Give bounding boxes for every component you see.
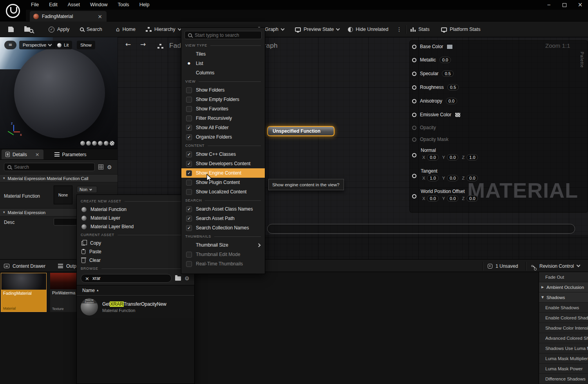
asset-search-input[interactable] [92,276,167,281]
menu-item-show-favorites[interactable]: Show Favorites [181,104,265,114]
checkbox-checked[interactable]: ✓ [186,161,192,167]
tangent-x-value[interactable]: 1.0 [427,175,438,181]
pin-row-specular[interactable]: Specular 0.5 [412,69,454,78]
tangent-y-value[interactable]: 0.0 [447,175,458,181]
pin-row-anisotropy[interactable]: Anisotropy 0.0 [412,97,457,105]
property-row-fade-out[interactable]: Fade Out [539,272,588,282]
checkbox-unchecked[interactable] [186,180,192,186]
property-row[interactable]: Luma Mask Power [539,364,588,374]
tab-details[interactable]: Details × [2,150,43,159]
details-search-box[interactable] [4,163,95,171]
menu-item-show-plugin-content[interactable]: Show Plugin Content [181,178,265,187]
section-material-function-call[interactable]: ▾ Material Expression Material Function … [0,174,118,182]
menu-help[interactable]: Help [134,0,155,10]
menu-item-show-all-folder[interactable]: ✓Show All Folder [181,123,265,132]
property-row[interactable]: Luma Mask Multiplier [539,353,588,364]
menu-item-search-asset-class-names[interactable]: ✓Search Asset Class Names [181,204,265,214]
unspecified-function-node[interactable]: Unspecified Function [267,126,335,136]
pin-icon[interactable] [412,72,416,76]
pin-icon[interactable] [412,99,416,103]
display-options-icon[interactable] [98,164,103,169]
hide-unrelated-button[interactable]: Hide Unrelated [348,24,388,34]
viewport-menu-button[interactable]: ≡ [4,41,16,49]
hierarchy-button[interactable]: Hierarchy [146,24,181,34]
checkbox-checked[interactable]: ✓ [186,151,192,157]
checkbox-checked[interactable]: ✓ [186,225,192,231]
menu-item-show-folders[interactable]: Show Folders [181,85,265,95]
unsaved-button[interactable]: 1 Unsaved [488,261,518,270]
material-function-thumbnail[interactable]: None [54,186,72,204]
emissive-color-swatch[interactable] [455,112,461,117]
pin-icon[interactable] [412,153,416,157]
checkbox-unchecked[interactable] [186,189,192,195]
details-search-input[interactable] [14,164,91,170]
graph-search-bar[interactable] [267,224,575,234]
checkbox-checked[interactable]: ✓ [186,170,192,176]
menu-item-show-cpp-classes[interactable]: ✓Show C++ Classes [181,150,265,159]
property-row[interactable]: Enable Shadows [539,303,588,313]
menu-item-thumbnail-edit-mode[interactable]: Thumbnail Edit Mode [181,250,265,259]
preview-state-button[interactable]: Preview State [295,24,339,34]
checkbox-unchecked[interactable] [186,97,192,103]
menu-item-show-empty-folders[interactable]: Show Empty Folders [181,95,265,104]
home-button[interactable]: ⌂ Home [116,24,136,34]
menu-item-material-layer-blend[interactable]: Material Layer Blend [77,222,194,231]
menu-item-filter-recursively[interactable]: Filter Recursively [181,114,265,123]
menu-item-real-time-thumbnails[interactable]: Real-Time Thumbnails [181,259,265,269]
menu-item-material-layer[interactable]: Material Layer [77,214,194,222]
preview-shape-icon[interactable] [80,141,85,146]
pin-icon[interactable] [412,113,416,117]
material-function-dropdown[interactable]: Non [77,186,97,193]
property-row[interactable]: Shadows Use Luma Mask [539,343,588,353]
checkbox-unchecked[interactable] [186,252,192,258]
wpo-y-value[interactable]: 0.0 [447,195,458,202]
pin-row-metallic[interactable]: Metallic 0.0 [412,56,451,64]
menu-item-material-function[interactable]: Material Function [77,205,194,214]
roughness-value[interactable]: 0.5 [447,84,459,90]
expanded-arrow-icon[interactable]: ▼ [541,296,545,299]
preview-shape-icon[interactable] [92,141,97,146]
menu-item-search-asset-path[interactable]: ✓Search Asset Path [181,214,265,223]
preview-shape-icon[interactable] [98,141,103,146]
menu-item-clear[interactable]: Clear [77,256,194,265]
gear-icon[interactable]: ⚙ [185,276,190,281]
menu-item-organize-folders[interactable]: ✓Organize Folders [181,132,265,142]
preview-background-icon[interactable] [110,141,114,146]
property-row[interactable]: Difference Shadows [539,374,588,384]
pin-icon[interactable] [412,194,416,198]
menu-tools[interactable]: Tools [112,0,134,10]
tab-parameters[interactable]: Parameters [51,150,90,159]
pin-icon[interactable] [412,174,416,178]
checkbox-checked[interactable]: ✓ [186,125,192,131]
checkbox-unchecked[interactable] [186,261,192,267]
output-log-button[interactable]: Outp [58,261,76,270]
save-search-icon[interactable] [175,276,181,281]
menu-search-input[interactable] [195,32,258,38]
asset-result-row[interactable]: Material Function GetXRARTransferOpacity… [77,296,194,318]
checkbox-checked[interactable]: ✓ [186,134,192,140]
checkbox-checked[interactable]: ✓ [186,206,192,212]
clear-search-icon[interactable]: × [85,276,89,281]
property-row[interactable]: Advanced Colored Shadows [539,333,588,343]
checkbox-unchecked[interactable] [186,87,192,93]
pin-icon[interactable] [412,58,416,62]
menu-item-tiles[interactable]: Tiles [181,49,265,59]
wpo-z-value[interactable]: 0.0 [467,195,478,202]
property-row[interactable]: Enable Colored Shadows [539,313,588,323]
checkbox-checked[interactable]: ✓ [186,216,192,222]
menu-item-show-localized-content[interactable]: Show Localized Content [181,187,265,197]
collapsed-arrow-icon[interactable]: ▶ [541,286,545,289]
save-button[interactable] [8,24,14,34]
property-row[interactable]: Shadow Color Intensity [539,323,588,333]
tab-fadingmaterial[interactable]: FadingMaterial × [30,11,107,22]
menu-item-copy[interactable]: Copy [77,239,194,247]
gear-icon[interactable]: ⚙ [107,164,112,170]
menu-item-search-collection-names[interactable]: ✓Search Collection Names [181,223,265,233]
asset-search-box[interactable]: × [81,274,172,283]
menu-item-show-developers-content[interactable]: ✓Show Developers Content [181,159,265,168]
pin-icon[interactable] [412,45,416,49]
preview-viewport[interactable]: ≡ Perspective Lit Show z x [0,37,118,149]
pin-icon[interactable] [412,85,416,90]
category-ambient-occlusion[interactable]: ▶ Ambient Occlusion [539,282,588,292]
forward-icon[interactable]: → [140,41,146,48]
